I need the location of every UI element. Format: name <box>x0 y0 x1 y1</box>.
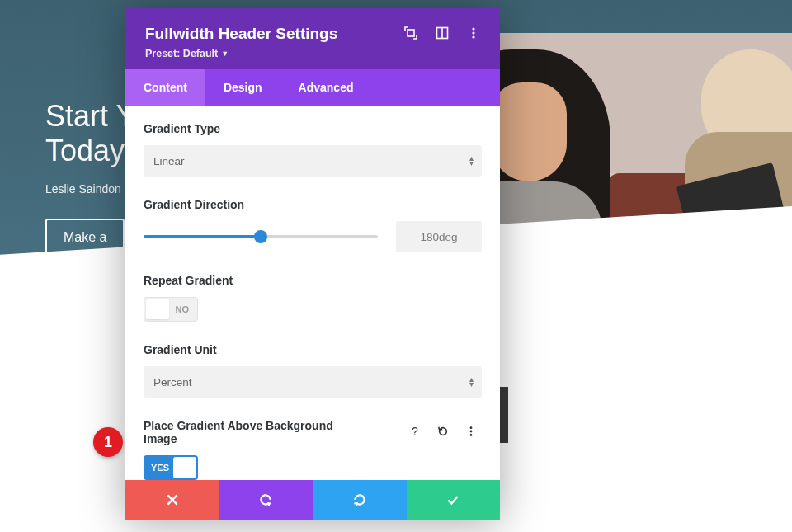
field-gradient-type: Gradient Type Linear ▴▾ <box>144 122 482 177</box>
tab-design-label: Design <box>224 81 262 94</box>
tab-advanced[interactable]: Advanced <box>280 69 372 106</box>
preset-label: Preset: Default <box>145 48 218 59</box>
field-place-above: Place Gradient Above Background Image ? … <box>144 419 482 480</box>
chevron-down-icon: ▼ <box>221 49 229 58</box>
modal-footer <box>125 480 500 520</box>
save-button[interactable] <box>407 480 501 520</box>
svg-point-8 <box>470 434 473 436</box>
svg-point-5 <box>472 35 474 38</box>
expand-icon[interactable] <box>404 26 417 40</box>
hero-title: Start Y Today. <box>45 99 135 169</box>
toggle-knob <box>146 299 169 319</box>
svg-point-6 <box>470 426 473 429</box>
undo-button[interactable] <box>219 480 314 520</box>
tab-advanced-label: Advanced <box>299 81 354 94</box>
reset-icon[interactable] <box>432 421 454 442</box>
annotation-step-1-label: 1 <box>104 434 112 451</box>
slider-thumb[interactable] <box>254 230 267 243</box>
field-actions: ? <box>404 421 482 442</box>
panel-edge <box>500 387 508 443</box>
select-chevrons-icon: ▴▾ <box>469 156 474 166</box>
tab-content[interactable]: Content <box>125 69 205 106</box>
svg-point-3 <box>472 27 474 30</box>
annotation-step-1: 1 <box>93 427 123 457</box>
preset-dropdown[interactable]: Preset: Default ▼ <box>145 48 337 59</box>
tab-design[interactable]: Design <box>205 69 280 106</box>
more-options-icon[interactable] <box>467 26 480 40</box>
cancel-button[interactable] <box>125 480 219 520</box>
modal-header: Fullwidth Header Settings Preset: Defaul… <box>125 8 500 69</box>
more-icon[interactable] <box>460 421 482 442</box>
svg-point-4 <box>472 31 474 34</box>
field-gradient-direction: Gradient Direction <box>144 198 482 252</box>
repeat-gradient-label: Repeat Gradient <box>144 274 482 287</box>
select-chevrons-icon: ▴▾ <box>469 377 474 387</box>
gradient-type-label: Gradient Type <box>144 122 482 135</box>
place-above-label: Place Gradient Above Background Image <box>144 419 350 445</box>
modal-body[interactable]: Gradient Type Linear ▴▾ Gradient Directi… <box>125 106 500 480</box>
gradient-unit-select[interactable]: Percent <box>144 366 482 398</box>
gradient-direction-input[interactable] <box>396 221 482 252</box>
svg-point-7 <box>470 431 473 433</box>
gradient-direction-label: Gradient Direction <box>144 198 482 211</box>
hero-subtitle: Leslie Saindon <box>45 182 135 195</box>
redo-button[interactable] <box>313 480 407 520</box>
field-gradient-unit: Gradient Unit Percent ▴▾ <box>144 343 482 398</box>
repeat-gradient-toggle[interactable]: NO <box>144 297 198 322</box>
hero-cta-button[interactable]: Make a <box>45 219 125 257</box>
svg-rect-0 <box>408 30 414 36</box>
hero-title-line1: Start Y <box>45 99 135 133</box>
responsive-views-icon[interactable] <box>436 26 449 40</box>
toggle-knob <box>173 457 196 478</box>
modal-tabs: Content Design Advanced <box>125 69 500 106</box>
gradient-type-select[interactable]: Linear <box>144 145 482 177</box>
repeat-gradient-toggle-label: NO <box>176 304 190 314</box>
place-above-toggle-label: YES <box>151 463 169 473</box>
hero-title-line2: Today. <box>45 134 130 167</box>
hero-cta-label: Make a <box>64 230 106 244</box>
tab-content-label: Content <box>144 81 187 94</box>
field-repeat-gradient: Repeat Gradient NO <box>144 274 482 322</box>
hero-content: Start Y Today. Leslie Saindon Make a <box>45 99 135 257</box>
gradient-unit-label: Gradient Unit <box>144 343 482 356</box>
place-above-toggle[interactable]: YES <box>144 455 198 480</box>
settings-modal: Fullwidth Header Settings Preset: Defaul… <box>125 8 500 520</box>
gradient-direction-slider[interactable] <box>144 235 378 238</box>
help-icon[interactable]: ? <box>404 421 426 442</box>
modal-title: Fullwidth Header Settings <box>145 25 337 43</box>
